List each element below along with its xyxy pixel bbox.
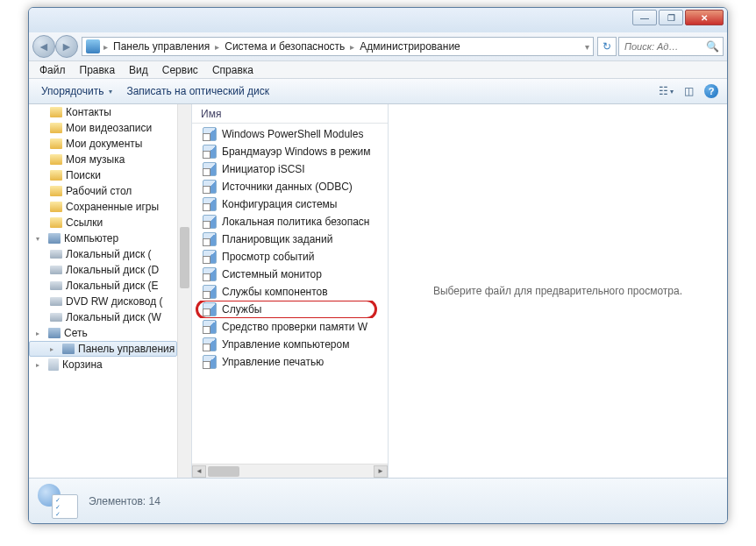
chevron-down-icon[interactable]: ▾ xyxy=(36,235,45,243)
file-item-label: Планировщик заданий xyxy=(222,233,332,245)
drive-icon xyxy=(50,297,62,306)
breadcrumb[interactable]: ▸ Панель управления ▸ Система и безопасн… xyxy=(82,37,594,56)
shortcut-icon xyxy=(203,285,217,299)
preview-pane-button[interactable]: ◫ xyxy=(678,82,699,101)
scroll-left-button[interactable]: ◄ xyxy=(192,465,206,478)
tree-item[interactable]: Локальный диск (W xyxy=(29,309,177,325)
folder-icon xyxy=(50,154,62,165)
tree-item[interactable]: Поиски xyxy=(29,167,177,183)
preview-placeholder: Выберите файл для предварительного просм… xyxy=(433,285,682,297)
drive-icon xyxy=(50,250,62,259)
drive-icon xyxy=(50,281,62,290)
close-button[interactable]: ✕ xyxy=(685,10,724,25)
help-icon: ? xyxy=(704,84,718,98)
menu-view[interactable]: Вид xyxy=(122,64,155,76)
file-list: Имя Windows PowerShell ModulesБрандмауэр… xyxy=(192,104,389,478)
shortcut-icon xyxy=(203,145,217,159)
tree-item[interactable]: ▾Компьютер xyxy=(29,230,177,246)
search-box[interactable]: 🔍 xyxy=(618,37,724,56)
chevron-right-icon[interactable]: ▸ xyxy=(36,330,45,337)
file-item[interactable]: Службы компонентов xyxy=(192,283,388,301)
chevron-right-icon[interactable]: ▸ xyxy=(350,42,354,52)
tree-item-label: Панель управления xyxy=(78,343,175,355)
file-item[interactable]: Инициатор iSCSI xyxy=(192,160,388,178)
file-item[interactable]: Службы xyxy=(192,301,388,318)
scroll-track[interactable] xyxy=(206,465,374,478)
refresh-button[interactable]: ↻ xyxy=(597,37,617,56)
breadcrumb-item[interactable]: Администрирование xyxy=(356,40,463,53)
titlebar[interactable]: — ❐ ✕ xyxy=(29,8,727,32)
file-item[interactable]: Средство проверки памяти W xyxy=(192,318,388,336)
menu-help[interactable]: Справка xyxy=(205,64,260,76)
scroll-right-button[interactable]: ► xyxy=(374,465,388,478)
maximize-button[interactable]: ❐ xyxy=(659,10,683,25)
file-item[interactable]: Системный монитор xyxy=(192,266,388,283)
tree-item[interactable]: Рабочий стол xyxy=(29,183,177,199)
tree-item[interactable]: Сохраненные игры xyxy=(29,199,177,215)
breadcrumb-item[interactable]: Панель управления xyxy=(110,40,213,53)
file-item[interactable]: Просмотр событий xyxy=(192,248,388,266)
tree-item[interactable]: Моя музыка xyxy=(29,152,177,167)
file-item[interactable]: Брандмауэр Windows в режим xyxy=(192,143,388,160)
file-item[interactable]: Конфигурация системы xyxy=(192,195,388,213)
file-item-label: Брандмауэр Windows в режим xyxy=(222,145,371,158)
tree-item[interactable]: Локальный диск (D xyxy=(29,262,177,278)
tree-scrollbar[interactable] xyxy=(177,104,191,478)
h-scrollbar[interactable]: ◄ ► xyxy=(192,464,388,478)
file-item-label: Просмотр событий xyxy=(222,251,314,263)
file-item[interactable]: Источники данных (ODBC) xyxy=(192,178,388,195)
tree-scroll-thumb[interactable] xyxy=(180,227,189,288)
file-item[interactable]: Управление компьютером xyxy=(192,336,388,353)
chevron-right-icon[interactable]: ▸ xyxy=(103,42,108,52)
tree-item[interactable]: Контакты xyxy=(29,104,177,120)
chevron-right-icon[interactable]: ▸ xyxy=(215,42,219,52)
menu-file[interactable]: Файл xyxy=(32,64,73,76)
shortcut-icon xyxy=(203,355,217,369)
chevron-right-icon[interactable]: ▸ xyxy=(36,361,45,369)
breadcrumb-item[interactable]: Система и безопасность xyxy=(221,40,348,53)
tree-item-label: Корзина xyxy=(62,358,103,371)
chevron-right-icon[interactable]: ▸ xyxy=(50,345,59,353)
tree-item[interactable]: Локальный диск (E xyxy=(29,278,177,294)
search-icon[interactable]: 🔍 xyxy=(706,40,719,53)
folder-icon xyxy=(50,138,62,149)
chevron-down-icon[interactable]: ▾ xyxy=(585,42,589,52)
menu-tools[interactable]: Сервис xyxy=(155,64,205,76)
scroll-thumb[interactable] xyxy=(208,466,239,477)
file-item[interactable]: Windows PowerShell Modules xyxy=(192,125,388,143)
back-button[interactable]: ◄ xyxy=(32,35,55,58)
tree-item-label: Локальный диск (E xyxy=(66,280,159,292)
file-item[interactable]: Управление печатью xyxy=(192,353,388,371)
nav-tree[interactable]: КонтактыМои видеозаписиМои документыМоя … xyxy=(29,104,192,478)
file-item[interactable]: Планировщик заданий xyxy=(192,230,388,248)
search-input[interactable] xyxy=(623,40,700,53)
tree-item-label: Локальный диск (W xyxy=(66,311,161,323)
file-item-label: Управление печатью xyxy=(222,356,324,368)
shortcut-icon xyxy=(203,180,217,194)
shortcut-icon xyxy=(203,232,217,246)
forward-button[interactable]: ► xyxy=(55,35,78,58)
folder-icon xyxy=(50,170,62,181)
tree-item-label: Локальный диск (D xyxy=(66,264,159,276)
file-item-label: Управление компьютером xyxy=(222,338,349,351)
help-button[interactable]: ? xyxy=(701,82,722,101)
menu-edit[interactable]: Правка xyxy=(73,64,123,76)
shortcut-icon xyxy=(203,197,217,211)
column-header-name[interactable]: Имя xyxy=(192,104,388,124)
tree-item[interactable]: Мои видеозаписи xyxy=(29,120,177,136)
preview-pane: Выберите файл для предварительного просм… xyxy=(389,104,727,478)
tree-item[interactable]: ▸Сеть xyxy=(29,325,177,341)
tree-item[interactable]: DVD RW дисковод ( xyxy=(29,294,177,309)
minimize-button[interactable]: — xyxy=(632,10,657,25)
tree-item[interactable]: ▸Панель управления xyxy=(29,341,177,357)
tree-item[interactable]: ▸Корзина xyxy=(29,357,177,372)
tree-item[interactable]: Ссылки xyxy=(29,215,177,230)
file-item[interactable]: Локальная политика безопасн xyxy=(192,213,388,230)
organize-button[interactable]: Упорядочить xyxy=(34,82,119,100)
nav-arrows: ◄ ► xyxy=(32,35,78,58)
comp-icon xyxy=(62,344,75,354)
view-mode-button[interactable]: ☷ xyxy=(655,82,676,101)
burn-button[interactable]: Записать на оптический диск xyxy=(119,82,276,100)
tree-item[interactable]: Локальный диск ( xyxy=(29,246,177,262)
tree-item[interactable]: Мои документы xyxy=(29,136,177,152)
